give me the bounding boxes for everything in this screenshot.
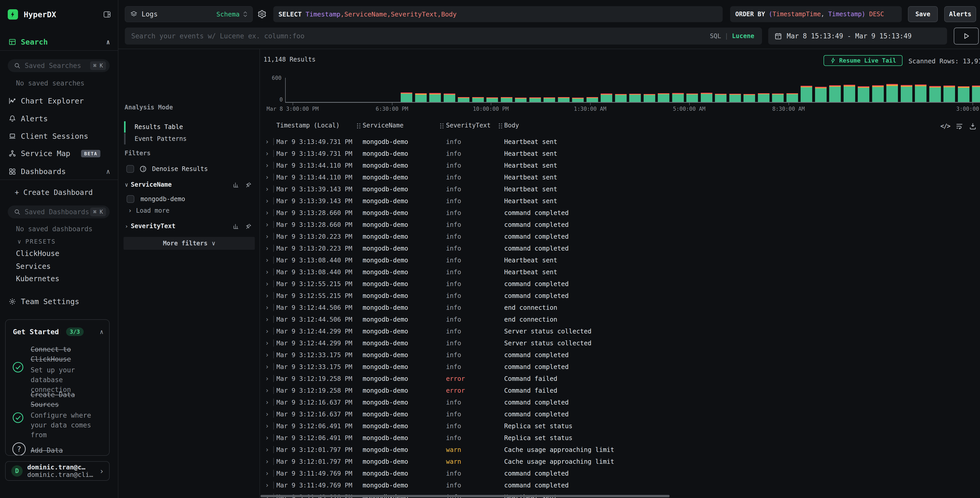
expand-row-icon[interactable]: ›: [265, 209, 269, 217]
histogram-bar[interactable]: [401, 93, 412, 102]
expand-row-icon[interactable]: ›: [265, 244, 269, 252]
histogram-bar[interactable]: [715, 94, 727, 102]
histogram-bar[interactable]: [943, 86, 955, 102]
mode-results-table[interactable]: Results Table: [124, 121, 242, 132]
expand-row-icon[interactable]: ›: [265, 197, 269, 205]
pin-icon[interactable]: [245, 223, 252, 230]
expand-row-icon[interactable]: ›: [265, 469, 269, 477]
expand-row-icon[interactable]: ›: [265, 422, 269, 430]
table-row[interactable]: › Mar 9 3:13:20.223 PM mongodb-demo info…: [260, 242, 980, 254]
table-row[interactable]: › Mar 9 3:12:55.215 PM mongodb-demo info…: [260, 278, 980, 290]
table-row[interactable]: › Mar 9 3:12:06.491 PM mongodb-demo info…: [260, 432, 980, 444]
histogram-bar[interactable]: [429, 93, 441, 102]
histogram-bar[interactable]: [644, 94, 655, 102]
expand-row-icon[interactable]: ›: [265, 446, 269, 453]
table-row[interactable]: › Mar 9 3:13:28.660 PM mongodb-demo info…: [260, 219, 980, 230]
expand-row-icon[interactable]: ›: [265, 410, 269, 418]
expand-row-icon[interactable]: ›: [265, 398, 269, 406]
save-button[interactable]: Save: [908, 6, 938, 22]
table-row[interactable]: › Mar 9 3:13:44.110 PM mongodb-demo info…: [260, 160, 980, 171]
denoise-filter-row[interactable]: Denoise Results: [126, 165, 208, 173]
chevron-up-icon[interactable]: ∧: [106, 38, 110, 46]
histogram-bar[interactable]: [458, 97, 469, 102]
expand-row-icon[interactable]: ›: [265, 363, 269, 370]
horizontal-scrollbar[interactable]: [261, 495, 670, 497]
sidebar-item-chart-explorer[interactable]: Chart Explorer: [0, 94, 118, 108]
table-row[interactable]: › Mar 9 3:13:39.143 PM mongodb-demo info…: [260, 183, 980, 195]
table-row[interactable]: › Mar 9 3:12:01.797 PM mongodb-demo warn…: [260, 444, 980, 455]
histogram-bar[interactable]: [558, 97, 570, 102]
histogram-bar[interactable]: [601, 94, 612, 102]
expand-row-icon[interactable]: ›: [265, 233, 269, 240]
select-clause-input[interactable]: SELECT Timestamp,ServiceName,SeverityTex…: [273, 6, 723, 22]
servicename-filter-group[interactable]: ∨ ServiceName: [125, 181, 172, 188]
preset-kubernetes[interactable]: Kubernetes: [16, 275, 59, 283]
event-search-input[interactable]: Search your events w/ Lucene ex. column:…: [125, 27, 762, 45]
table-row[interactable]: › Mar 9 3:11:49.769 PM mongodb-demo info…: [260, 468, 980, 479]
source-settings-gear-icon[interactable]: [257, 10, 267, 19]
histogram-bar[interactable]: [758, 93, 770, 102]
sql-toggle[interactable]: SQL: [710, 32, 721, 40]
saved-dashboards-input[interactable]: Saved Dashboards ⌘ K: [8, 206, 110, 219]
download-icon[interactable]: [969, 122, 977, 130]
histogram-bar[interactable]: [658, 93, 670, 102]
resume-live-tail-button[interactable]: Resume Live Tail: [824, 55, 902, 66]
histogram-bar[interactable]: [729, 94, 741, 102]
expand-row-icon[interactable]: ›: [265, 327, 269, 335]
denoise-checkbox[interactable]: [126, 165, 134, 173]
histogram-bar[interactable]: [800, 86, 812, 102]
sidebar-item-client-sessions[interactable]: Client Sessions: [0, 129, 118, 143]
expand-row-icon[interactable]: ›: [265, 351, 269, 359]
order-by-input[interactable]: ORDER BY (TimestampTime, Timestamp) DESC: [730, 6, 902, 22]
table-row[interactable]: › Mar 9 3:12:01.797 PM mongodb-demo warn…: [260, 455, 980, 468]
col-servicename[interactable]: ServiceName: [363, 122, 404, 129]
histogram-bar[interactable]: [786, 93, 798, 102]
expand-row-icon[interactable]: ›: [265, 150, 269, 157]
get-started-item[interactable]: Create Data Sources Configure where your…: [30, 390, 97, 440]
histogram-bar[interactable]: [929, 86, 941, 102]
sidebar-item-team-settings[interactable]: Team Settings: [0, 295, 118, 308]
col-body[interactable]: Body: [504, 122, 519, 129]
expand-row-icon[interactable]: ›: [265, 256, 269, 264]
load-more[interactable]: › Load more: [128, 207, 170, 214]
histogram-bar[interactable]: [672, 93, 684, 102]
table-row[interactable]: › Mar 9 3:12:16.637 PM mongodb-demo info…: [260, 396, 980, 408]
preset-clickhouse[interactable]: ClickHouse: [16, 249, 59, 258]
histogram-bar[interactable]: [886, 84, 898, 102]
expand-row-icon[interactable]: ›: [265, 292, 269, 300]
table-row[interactable]: › Mar 9 3:12:16.637 PM mongodb-demo info…: [260, 408, 980, 420]
histogram-bar[interactable]: [872, 85, 884, 102]
histogram-bar[interactable]: [487, 97, 498, 102]
date-range-picker[interactable]: Mar 8 15:13:49 - Mar 9 15:13:49: [768, 27, 947, 45]
expand-row-icon[interactable]: ›: [265, 315, 269, 323]
expand-row-icon[interactable]: ›: [265, 161, 269, 169]
get-started-item[interactable]: Connect to ClickHouse Set up your databa…: [30, 345, 97, 394]
histogram-bar[interactable]: [858, 86, 869, 102]
histogram-bar[interactable]: [615, 94, 627, 102]
expand-row-icon[interactable]: ›: [265, 458, 269, 465]
table-row[interactable]: › Mar 9 3:13:44.110 PM mongodb-demo info…: [260, 171, 980, 183]
histogram-bar[interactable]: [958, 86, 969, 102]
table-row[interactable]: › Mar 9 3:13:39.143 PM mongodb-demo info…: [260, 195, 980, 207]
expand-row-icon[interactable]: ›: [265, 173, 269, 181]
histogram-bar[interactable]: [530, 97, 541, 102]
col-timestamp[interactable]: Timestamp (Local): [277, 122, 340, 129]
table-row[interactable]: › Mar 9 3:12:44.299 PM mongodb-demo info…: [260, 325, 980, 337]
expand-row-icon[interactable]: ›: [265, 138, 269, 145]
histogram-bar[interactable]: [472, 97, 484, 102]
severitytext-filter-group[interactable]: › SeverityText: [125, 222, 175, 230]
table-row[interactable]: › Mar 9 3:12:06.491 PM mongodb-demo info…: [260, 420, 980, 432]
table-row[interactable]: › Mar 9 3:13:49.731 PM mongodb-demo info…: [260, 136, 980, 148]
histogram-bar[interactable]: [829, 85, 841, 102]
sidebar-item-search[interactable]: Search ∧: [0, 35, 118, 49]
drag-handle-icon[interactable]: [498, 123, 502, 128]
get-started-item[interactable]: Add Data Start sending: [30, 445, 97, 456]
code-view-icon[interactable]: </>: [940, 123, 950, 130]
sidebar-item-dashboards[interactable]: Dashboards ∧: [0, 164, 118, 179]
histogram-bar[interactable]: [686, 94, 698, 102]
histogram-bar[interactable]: [901, 85, 912, 102]
preset-services[interactable]: Services: [16, 262, 51, 271]
histogram-bar[interactable]: [772, 94, 784, 102]
table-row[interactable]: › Mar 9 3:12:33.175 PM mongodb-demo info…: [260, 349, 980, 361]
table-row[interactable]: › Mar 9 3:13:08.440 PM mongodb-demo info…: [260, 254, 980, 266]
